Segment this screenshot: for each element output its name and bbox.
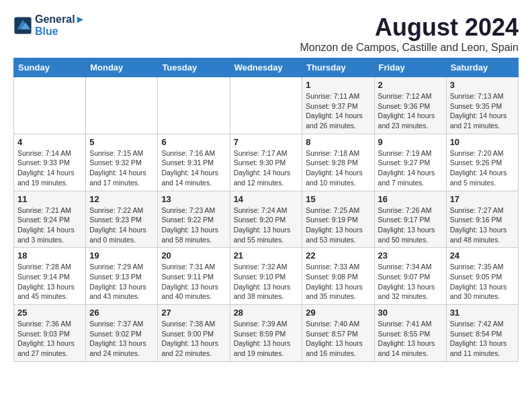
table-row: 15Sunrise: 7:25 AM Sunset: 9:19 PM Dayli… — [302, 191, 374, 248]
table-row: 29Sunrise: 7:40 AM Sunset: 8:57 PM Dayli… — [302, 305, 374, 362]
table-row: 3Sunrise: 7:13 AM Sunset: 9:35 PM Daylig… — [446, 77, 518, 134]
day-number: 16 — [378, 194, 443, 204]
day-number: 6 — [161, 137, 226, 147]
day-info: Sunrise: 7:13 AM Sunset: 9:35 PM Dayligh… — [450, 91, 515, 131]
day-info: Sunrise: 7:40 AM Sunset: 8:57 PM Dayligh… — [306, 319, 370, 359]
day-info: Sunrise: 7:35 AM Sunset: 9:05 PM Dayligh… — [450, 262, 515, 302]
table-row: 1Sunrise: 7:11 AM Sunset: 9:37 PM Daylig… — [302, 77, 374, 134]
table-row: 24Sunrise: 7:35 AM Sunset: 9:05 PM Dayli… — [446, 248, 518, 305]
logo-icon — [13, 16, 32, 35]
logo: General► Blue — [13, 13, 85, 38]
day-info: Sunrise: 7:26 AM Sunset: 9:17 PM Dayligh… — [378, 205, 443, 245]
table-row: 8Sunrise: 7:18 AM Sunset: 9:28 PM Daylig… — [302, 134, 374, 191]
day-info: Sunrise: 7:14 AM Sunset: 9:33 PM Dayligh… — [17, 148, 82, 188]
header-friday: Friday — [374, 58, 446, 77]
table-row: 28Sunrise: 7:39 AM Sunset: 8:59 PM Dayli… — [230, 305, 302, 362]
day-number: 14 — [234, 194, 299, 204]
day-info: Sunrise: 7:34 AM Sunset: 9:07 PM Dayligh… — [378, 262, 443, 302]
day-info: Sunrise: 7:37 AM Sunset: 9:02 PM Dayligh… — [89, 319, 154, 359]
day-info: Sunrise: 7:22 AM Sunset: 9:23 PM Dayligh… — [89, 205, 154, 245]
day-number: 25 — [17, 308, 82, 318]
day-number: 26 — [89, 308, 154, 318]
table-row: 21Sunrise: 7:32 AM Sunset: 9:10 PM Dayli… — [230, 248, 302, 305]
day-info: Sunrise: 7:15 AM Sunset: 9:32 PM Dayligh… — [89, 148, 154, 188]
header-monday: Monday — [86, 58, 158, 77]
day-info: Sunrise: 7:31 AM Sunset: 9:11 PM Dayligh… — [161, 262, 226, 302]
table-row: 11Sunrise: 7:21 AM Sunset: 9:24 PM Dayli… — [14, 191, 86, 248]
title-area: August 2024 Monzon de Campos, Castille a… — [300, 13, 519, 54]
table-row: 6Sunrise: 7:16 AM Sunset: 9:31 PM Daylig… — [158, 134, 230, 191]
day-info: Sunrise: 7:17 AM Sunset: 9:30 PM Dayligh… — [234, 148, 299, 188]
table-row: 14Sunrise: 7:24 AM Sunset: 9:20 PM Dayli… — [230, 191, 302, 248]
table-row: 5Sunrise: 7:15 AM Sunset: 9:32 PM Daylig… — [86, 134, 158, 191]
day-number: 29 — [306, 308, 370, 318]
header-saturday: Saturday — [446, 58, 518, 77]
table-row: 26Sunrise: 7:37 AM Sunset: 9:02 PM Dayli… — [86, 305, 158, 362]
calendar-week-row: 11Sunrise: 7:21 AM Sunset: 9:24 PM Dayli… — [14, 191, 519, 248]
day-number: 11 — [17, 194, 82, 204]
table-row — [158, 77, 230, 134]
calendar-header-row: Sunday Monday Tuesday Wednesday Thursday… — [14, 58, 519, 77]
day-info: Sunrise: 7:28 AM Sunset: 9:14 PM Dayligh… — [17, 262, 82, 302]
calendar-week-row: 4Sunrise: 7:14 AM Sunset: 9:33 PM Daylig… — [14, 134, 519, 191]
day-number: 8 — [306, 137, 370, 147]
day-info: Sunrise: 7:42 AM Sunset: 8:54 PM Dayligh… — [450, 319, 515, 359]
table-row: 23Sunrise: 7:34 AM Sunset: 9:07 PM Dayli… — [374, 248, 446, 305]
calendar-week-row: 25Sunrise: 7:36 AM Sunset: 9:03 PM Dayli… — [14, 305, 519, 362]
day-info: Sunrise: 7:32 AM Sunset: 9:10 PM Dayligh… — [234, 262, 299, 302]
table-row: 10Sunrise: 7:20 AM Sunset: 9:26 PM Dayli… — [446, 134, 518, 191]
table-row: 30Sunrise: 7:41 AM Sunset: 8:55 PM Dayli… — [374, 305, 446, 362]
day-number: 1 — [306, 80, 370, 90]
day-number: 12 — [89, 194, 154, 204]
header-tuesday: Tuesday — [158, 58, 230, 77]
header-wednesday: Wednesday — [230, 58, 302, 77]
day-info: Sunrise: 7:18 AM Sunset: 9:28 PM Dayligh… — [306, 148, 370, 188]
day-info: Sunrise: 7:36 AM Sunset: 9:03 PM Dayligh… — [17, 319, 82, 359]
day-info: Sunrise: 7:33 AM Sunset: 9:08 PM Dayligh… — [306, 262, 370, 302]
day-number: 28 — [234, 308, 299, 318]
table-row — [230, 77, 302, 134]
table-row — [14, 77, 86, 134]
page-title: August 2024 — [300, 13, 519, 42]
day-number: 10 — [450, 137, 515, 147]
table-row: 20Sunrise: 7:31 AM Sunset: 9:11 PM Dayli… — [158, 248, 230, 305]
day-info: Sunrise: 7:11 AM Sunset: 9:37 PM Dayligh… — [306, 91, 370, 131]
page-subtitle: Monzon de Campos, Castille and Leon, Spa… — [300, 42, 519, 54]
table-row: 7Sunrise: 7:17 AM Sunset: 9:30 PM Daylig… — [230, 134, 302, 191]
day-number: 18 — [17, 250, 82, 261]
calendar-week-row: 1Sunrise: 7:11 AM Sunset: 9:37 PM Daylig… — [14, 77, 519, 134]
day-number: 3 — [450, 80, 515, 90]
header-sunday: Sunday — [14, 58, 86, 77]
day-number: 21 — [234, 250, 299, 261]
page-header: General► Blue August 2024 Monzon de Camp… — [13, 13, 519, 54]
day-info: Sunrise: 7:21 AM Sunset: 9:24 PM Dayligh… — [17, 205, 82, 245]
table-row: 18Sunrise: 7:28 AM Sunset: 9:14 PM Dayli… — [14, 248, 86, 305]
day-info: Sunrise: 7:29 AM Sunset: 9:13 PM Dayligh… — [89, 262, 154, 302]
day-info: Sunrise: 7:23 AM Sunset: 9:22 PM Dayligh… — [161, 205, 226, 245]
table-row: 27Sunrise: 7:38 AM Sunset: 9:00 PM Dayli… — [158, 305, 230, 362]
day-number: 4 — [17, 137, 82, 147]
day-number: 7 — [234, 137, 299, 147]
day-info: Sunrise: 7:16 AM Sunset: 9:31 PM Dayligh… — [161, 148, 226, 188]
day-info: Sunrise: 7:41 AM Sunset: 8:55 PM Dayligh… — [378, 319, 443, 359]
table-row: 22Sunrise: 7:33 AM Sunset: 9:08 PM Dayli… — [302, 248, 374, 305]
table-row: 16Sunrise: 7:26 AM Sunset: 9:17 PM Dayli… — [374, 191, 446, 248]
day-number: 5 — [89, 137, 154, 147]
day-number: 30 — [378, 308, 443, 318]
day-number: 27 — [161, 308, 226, 318]
table-row: 19Sunrise: 7:29 AM Sunset: 9:13 PM Dayli… — [86, 248, 158, 305]
table-row: 2Sunrise: 7:12 AM Sunset: 9:36 PM Daylig… — [374, 77, 446, 134]
day-info: Sunrise: 7:27 AM Sunset: 9:16 PM Dayligh… — [450, 205, 515, 245]
day-info: Sunrise: 7:38 AM Sunset: 9:00 PM Dayligh… — [161, 319, 226, 359]
day-number: 22 — [306, 250, 370, 261]
day-info: Sunrise: 7:24 AM Sunset: 9:20 PM Dayligh… — [234, 205, 299, 245]
table-row: 13Sunrise: 7:23 AM Sunset: 9:22 PM Dayli… — [158, 191, 230, 248]
day-number: 2 — [378, 80, 443, 90]
day-number: 9 — [378, 137, 443, 147]
table-row: 12Sunrise: 7:22 AM Sunset: 9:23 PM Dayli… — [86, 191, 158, 248]
day-info: Sunrise: 7:25 AM Sunset: 9:19 PM Dayligh… — [306, 205, 370, 245]
day-number: 19 — [89, 250, 154, 261]
day-number: 23 — [378, 250, 443, 261]
table-row: 31Sunrise: 7:42 AM Sunset: 8:54 PM Dayli… — [446, 305, 518, 362]
calendar-table: Sunday Monday Tuesday Wednesday Thursday… — [13, 58, 519, 362]
